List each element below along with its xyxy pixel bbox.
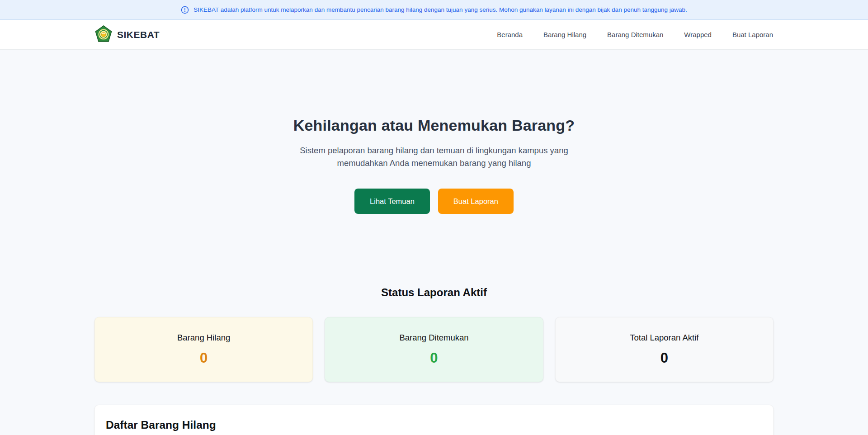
buat-laporan-button[interactable]: Buat Laporan [438, 189, 514, 214]
main-nav: Beranda Barang Hilang Barang Ditemukan W… [497, 31, 773, 38]
stat-label: Barang Hilang [177, 333, 230, 343]
nav-beranda[interactable]: Beranda [497, 31, 523, 38]
header: SIKEBAT Beranda Barang Hilang Barang Dit… [0, 20, 868, 50]
hero-section: Kehilangan atau Menemukan Barang? Sistem… [0, 50, 868, 214]
daftar-barang-hilang-card: Daftar Barang Hilang Filter [94, 405, 774, 435]
nav-barang-hilang[interactable]: Barang Hilang [543, 31, 586, 38]
brand[interactable]: SIKEBAT [95, 25, 160, 44]
brand-name: SIKEBAT [117, 29, 160, 40]
hero-subtitle: Sistem pelaporan barang hilang dan temua… [285, 144, 583, 170]
info-banner: SIKEBAT adalah platform untuk melaporkan… [0, 0, 868, 20]
stat-value: 0 [660, 350, 668, 366]
app-logo-icon [95, 25, 112, 44]
stat-value: 0 [200, 350, 208, 366]
stat-card-barang-ditemukan: Barang Ditemukan 0 [325, 317, 543, 382]
nav-wrapped[interactable]: Wrapped [684, 31, 712, 38]
stat-label: Barang Ditemukan [399, 333, 468, 343]
status-title: Status Laporan Aktif [0, 286, 868, 299]
nav-barang-ditemukan[interactable]: Barang Ditemukan [607, 31, 663, 38]
stat-value: 0 [430, 350, 438, 366]
list-title: Daftar Barang Hilang [106, 419, 762, 431]
alert-circle-icon [181, 6, 189, 14]
hero-title: Kehilangan atau Menemukan Barang? [0, 117, 868, 134]
banner-message: SIKEBAT adalah platform untuk melaporkan… [193, 6, 687, 13]
status-section: Status Laporan Aktif Barang Hilang 0 Bar… [0, 286, 868, 382]
stat-card-total-laporan: Total Laporan Aktif 0 [555, 317, 774, 382]
lihat-temuan-button[interactable]: Lihat Temuan [354, 189, 430, 214]
stat-label: Total Laporan Aktif [630, 333, 698, 343]
nav-buat-laporan[interactable]: Buat Laporan [732, 31, 773, 38]
stat-card-barang-hilang: Barang Hilang 0 [94, 317, 313, 382]
